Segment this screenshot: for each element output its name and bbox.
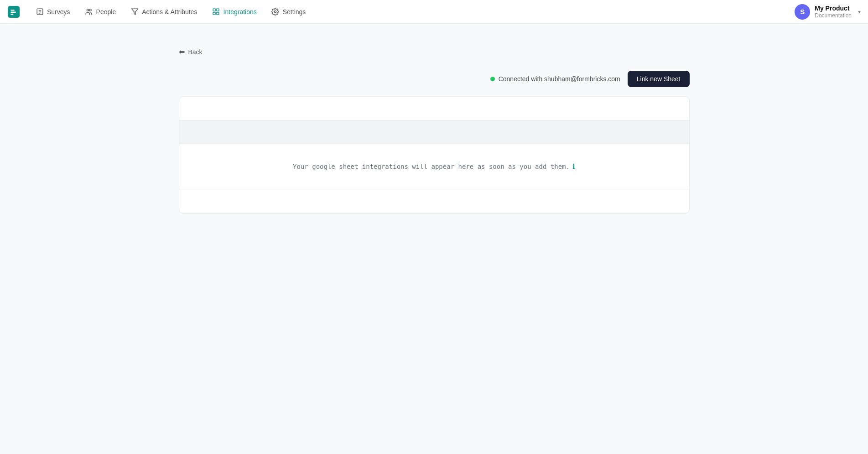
nav-label-people: People bbox=[96, 8, 116, 16]
svg-rect-9 bbox=[217, 9, 219, 11]
nav-right: S My Product Documentation ▾ bbox=[795, 4, 861, 20]
action-row: Connected with shubham@formbricks.com Li… bbox=[179, 71, 690, 87]
nav-product-info[interactable]: My Product Documentation bbox=[815, 4, 852, 20]
nav-item-surveys[interactable]: Surveys bbox=[29, 5, 77, 19]
back-link[interactable]: ⬅ Back bbox=[179, 47, 203, 56]
app-logo[interactable] bbox=[7, 5, 20, 18]
main-content: ⬅ Back Connected with shubham@formbricks… bbox=[161, 33, 708, 228]
svg-point-6 bbox=[89, 9, 91, 11]
info-icon[interactable]: ℹ bbox=[572, 162, 575, 171]
table-header bbox=[179, 97, 689, 120]
chevron-down-icon: ▾ bbox=[858, 9, 861, 15]
connection-status: Connected with shubham@formbricks.com bbox=[490, 75, 620, 83]
nav-label-actions-attributes: Actions & Attributes bbox=[142, 8, 197, 16]
people-icon bbox=[85, 8, 93, 16]
empty-state-text-content: Your google sheet integrations will appe… bbox=[293, 163, 570, 170]
navbar: Surveys People Actions & Attributes bbox=[0, 0, 868, 24]
table-sub-header bbox=[179, 120, 689, 144]
svg-rect-11 bbox=[213, 12, 215, 15]
back-arrow-icon: ⬅ bbox=[179, 47, 185, 56]
product-name: My Product bbox=[815, 4, 852, 12]
svg-rect-10 bbox=[217, 12, 219, 15]
empty-state-message: Your google sheet integrations will appe… bbox=[293, 162, 575, 171]
nav-item-integrations[interactable]: Integrations bbox=[206, 5, 263, 19]
nav-label-integrations: Integrations bbox=[223, 8, 257, 16]
svg-point-5 bbox=[87, 9, 88, 11]
grid-icon bbox=[212, 8, 220, 16]
empty-state: Your google sheet integrations will appe… bbox=[179, 144, 689, 189]
nav-label-settings: Settings bbox=[283, 8, 306, 16]
nav-item-actions-attributes[interactable]: Actions & Attributes bbox=[124, 5, 203, 19]
connection-text: Connected with shubham@formbricks.com bbox=[499, 75, 620, 83]
nav-item-settings[interactable]: Settings bbox=[265, 5, 312, 19]
nav-items: Surveys People Actions & Attributes bbox=[29, 5, 795, 19]
avatar[interactable]: S bbox=[795, 4, 810, 20]
svg-point-12 bbox=[275, 10, 276, 12]
integrations-table: Your google sheet integrations will appe… bbox=[179, 96, 690, 214]
product-sub: Documentation bbox=[815, 12, 852, 20]
table-footer bbox=[179, 189, 689, 213]
nav-label-surveys: Surveys bbox=[47, 8, 70, 16]
nav-item-people[interactable]: People bbox=[78, 5, 123, 19]
svg-marker-7 bbox=[131, 9, 138, 15]
settings-icon bbox=[271, 8, 280, 16]
filter-icon bbox=[130, 8, 139, 16]
connected-status-dot bbox=[490, 77, 495, 81]
svg-rect-8 bbox=[213, 9, 215, 11]
surveys-icon bbox=[36, 8, 44, 16]
link-new-sheet-button[interactable]: Link new Sheet bbox=[628, 71, 690, 87]
back-label: Back bbox=[188, 48, 203, 56]
